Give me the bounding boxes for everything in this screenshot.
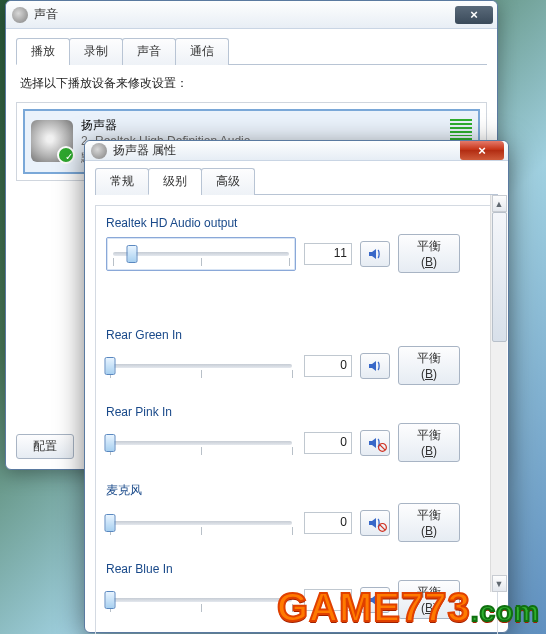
muted-indicator-icon: ⦸ (378, 438, 387, 455)
vertical-scrollbar[interactable]: ▲ ▼ (490, 195, 507, 592)
level-section: Rear Green In0平衡(B) (106, 328, 487, 385)
speaker-icon (367, 246, 383, 262)
tab-sounds[interactable]: 声音 (122, 38, 176, 65)
level-section: Realtek HD Audio output11平衡(B) (106, 216, 487, 273)
balance-button[interactable]: 平衡(B) (398, 580, 460, 619)
speaker-icon (367, 358, 383, 374)
scroll-up-button[interactable]: ▲ (492, 195, 507, 212)
mute-button[interactable] (360, 241, 390, 267)
sound-titlebar[interactable]: 声音 × (6, 1, 497, 29)
balance-button[interactable]: 平衡(B) (398, 503, 460, 542)
slider-thumb[interactable] (105, 591, 116, 609)
volume-slider[interactable] (106, 587, 296, 613)
sound-title: 声音 (34, 6, 453, 23)
unmute-button[interactable]: ⦸ (360, 510, 390, 536)
level-section: 麦克风0⦸平衡(B) (106, 482, 487, 542)
configure-button[interactable]: 配置 (16, 434, 74, 459)
tab-recording[interactable]: 录制 (69, 38, 123, 65)
properties-body: 常规 级别 高级 Realtek HD Audio output11平衡(B)R… (85, 161, 508, 634)
volume-slider[interactable] (106, 430, 296, 456)
level-row: 0⦸平衡(B) (106, 503, 487, 542)
sound-close-button[interactable]: × (455, 6, 493, 24)
volume-slider[interactable] (106, 353, 296, 379)
mute-button[interactable] (360, 587, 390, 613)
balance-button[interactable]: 平衡(B) (398, 423, 460, 462)
tab-advanced[interactable]: 高级 (201, 168, 255, 195)
level-section: Rear Pink In0⦸平衡(B) (106, 405, 487, 462)
volume-slider[interactable] (106, 510, 296, 536)
scroll-track[interactable] (492, 212, 507, 575)
muted-indicator-icon: ⦸ (378, 518, 387, 535)
volume-value: 0 (304, 589, 352, 611)
level-row: 11平衡(B) (106, 234, 487, 273)
slider-thumb[interactable] (105, 514, 116, 532)
device-name: 扬声器 (81, 117, 442, 133)
properties-title: 扬声器 属性 (113, 142, 458, 159)
properties-close-button[interactable]: × (460, 141, 504, 160)
properties-app-icon (91, 143, 107, 159)
tab-general[interactable]: 常规 (95, 168, 149, 195)
sound-app-icon (12, 7, 28, 23)
balance-button[interactable]: 平衡(B) (398, 234, 460, 273)
slider-thumb[interactable] (127, 245, 138, 263)
tab-comm[interactable]: 通信 (175, 38, 229, 65)
sound-tabs: 播放 录制 声音 通信 (16, 37, 487, 65)
tab-levels[interactable]: 级别 (148, 168, 202, 195)
levels-panel: Realtek HD Audio output11平衡(B)Rear Green… (95, 205, 498, 634)
volume-value: 0 (304, 355, 352, 377)
volume-value: 0 (304, 512, 352, 534)
slider-thumb[interactable] (105, 434, 116, 452)
level-label: Rear Blue In (106, 562, 487, 576)
level-label: Realtek HD Audio output (106, 216, 487, 230)
level-label: Rear Green In (106, 328, 487, 342)
speaker-properties-window: 扬声器 属性 × 常规 级别 高级 Realtek HD Audio outpu… (84, 140, 509, 633)
speaker-icon: ✓ (31, 120, 73, 162)
properties-tabs: 常规 级别 高级 (95, 167, 498, 195)
speaker-icon (367, 592, 383, 608)
volume-value: 0 (304, 432, 352, 454)
volume-value: 11 (304, 243, 352, 265)
volume-slider[interactable] (106, 237, 296, 271)
level-section: Rear Blue In0平衡(B) (106, 562, 487, 619)
instruction-text: 选择以下播放设备来修改设置： (20, 75, 483, 92)
balance-button[interactable]: 平衡(B) (398, 346, 460, 385)
scroll-down-button[interactable]: ▼ (492, 575, 507, 592)
level-row: 0平衡(B) (106, 580, 487, 619)
slider-thumb[interactable] (105, 357, 116, 375)
unmute-button[interactable]: ⦸ (360, 430, 390, 456)
scroll-thumb[interactable] (492, 212, 507, 342)
properties-titlebar[interactable]: 扬声器 属性 × (85, 141, 508, 161)
level-row: 0平衡(B) (106, 346, 487, 385)
tab-playback[interactable]: 播放 (16, 38, 70, 65)
level-label: Rear Pink In (106, 405, 487, 419)
mute-button[interactable] (360, 353, 390, 379)
level-label: 麦克风 (106, 482, 487, 499)
level-row: 0⦸平衡(B) (106, 423, 487, 462)
